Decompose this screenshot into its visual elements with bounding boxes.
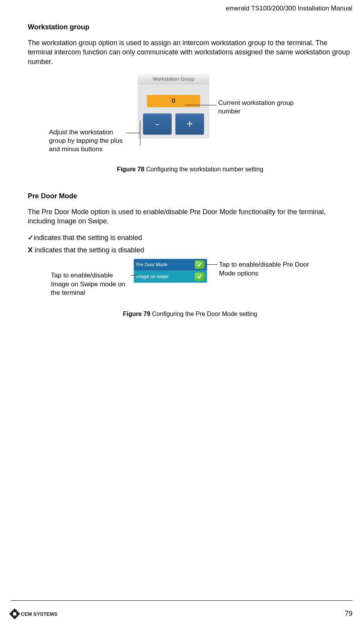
x-icon: X [28, 246, 33, 254]
minus-button[interactable]: - [143, 113, 172, 135]
pre-door-mode-row[interactable]: Pre Door Mode ✓ [134, 259, 207, 271]
figure-79: Pre Door Mode ✓ Image on swipe ✓ Tap to … [28, 259, 352, 309]
cem-logo-icon [9, 608, 20, 619]
section-heading-workstation-group: Workstation group [28, 23, 352, 31]
image-on-swipe-row[interactable]: Image on swipe ✓ [134, 271, 207, 283]
pre-door-mode-row-label: Pre Door Mode [136, 262, 167, 267]
callout-image-on-swipe: Tap to enable/disable Image on Swipe mod… [51, 271, 132, 297]
workstation-group-panel-title: Workstation Group [138, 74, 209, 84]
figure-78-label: Figure 78 [117, 166, 144, 172]
footer-divider [11, 600, 352, 601]
workstation-group-value: 0 [147, 95, 200, 107]
section-heading-pre-door-mode: Pre Door Mode [28, 192, 352, 200]
enabled-indicator-text: indicates that the setting is enabled [34, 234, 142, 242]
callout-line [206, 264, 217, 265]
disabled-indicator-line: X indicates that the setting is disabled [28, 246, 352, 254]
callout-current-number: Current workstation group number [218, 99, 295, 116]
footer-logo: CEM SYSTEMS [11, 610, 57, 618]
page-content: Workstation group The workstation group … [28, 23, 352, 318]
figure-79-caption-text: Configuring the Pre Door Mode setting [150, 311, 257, 317]
callout-pre-door-mode: Tap to enable/disable Pre Door Mode opti… [219, 260, 312, 277]
section2-paragraph: The Pre Door Mode option is used to enab… [28, 207, 352, 226]
figure-78-caption: Figure 78 Configuring the workstation nu… [28, 166, 352, 173]
section1-paragraph: The workstation group option is used to … [28, 38, 352, 66]
workstation-group-buttons: - + [143, 113, 204, 135]
pre-door-mode-panel: Pre Door Mode ✓ Image on swipe ✓ [134, 259, 207, 283]
callout-line [140, 120, 140, 145]
callout-line [126, 133, 140, 133]
workstation-group-panel: Workstation Group 0 - + [138, 74, 209, 139]
workstation-group-panel-body: 0 - + [138, 84, 209, 139]
figure-78-caption-text: Configuring the workstation number setti… [144, 166, 263, 172]
document-header-title: emerald TS100/200/300 Installation Manua… [226, 5, 352, 12]
image-on-swipe-row-label: Image on swipe [136, 274, 169, 279]
check-icon: ✓ [195, 272, 205, 281]
callout-line [185, 105, 216, 105]
check-icon: ✓ [28, 234, 34, 242]
figure-78: Workstation Group 0 - + Adjust the works… [28, 74, 352, 163]
section-pre-door-mode: Pre Door Mode The Pre Door Mode option i… [28, 192, 352, 318]
plus-button[interactable]: + [175, 113, 204, 135]
callout-adjust-buttons: Adjust the workstation group by tapping … [49, 128, 126, 154]
figure-79-caption: Figure 79 Configuring the Pre Door Mode … [28, 311, 352, 318]
callout-line [131, 275, 138, 275]
page-number: 79 [345, 610, 352, 618]
disabled-indicator-text: indicates that the setting is disabled [33, 246, 144, 254]
check-icon: ✓ [195, 260, 205, 269]
footer-logo-text: CEM SYSTEMS [21, 611, 57, 617]
enabled-indicator-line: ✓indicates that the setting is enabled [28, 233, 352, 242]
figure-79-label: Figure 79 [123, 311, 150, 317]
